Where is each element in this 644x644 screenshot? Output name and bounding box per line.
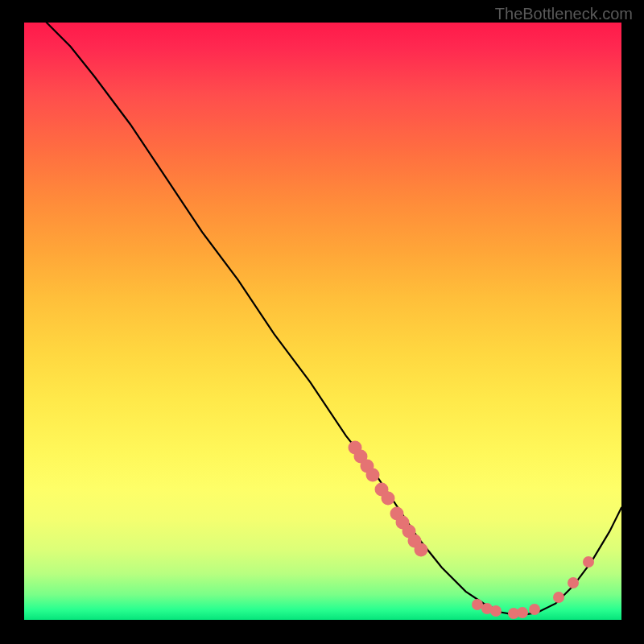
marker-dot [529,604,540,615]
marker-dot [583,556,594,568]
marker-dot [381,492,394,506]
marker-dot [414,543,427,556]
chart-plot-area [23,23,621,621]
marker-dot [568,577,579,588]
bottleneck-curve [23,23,621,621]
marker-dot [366,468,380,481]
marker-dot [490,605,502,617]
marker-dot [517,607,528,618]
marker-dot [553,592,564,603]
watermark-text: TheBottleneck.com [495,5,633,23]
